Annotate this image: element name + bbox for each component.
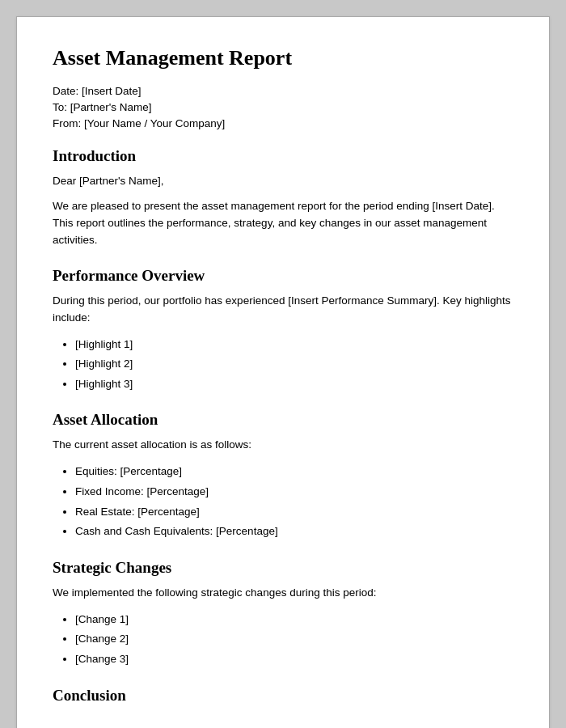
- performance-overview-body: During this period, our portfolio has ex…: [53, 293, 513, 327]
- strategic-changes-heading: Strategic Changes: [53, 559, 513, 577]
- list-item: Cash and Cash Equivalents: [Percentage]: [75, 522, 513, 541]
- meta-to: To: [Partner's Name]: [53, 101, 513, 113]
- meta-date: Date: [Insert Date]: [53, 85, 513, 97]
- asset-allocation-body: The current asset allocation is as follo…: [53, 437, 513, 454]
- list-item: [Change 3]: [75, 650, 513, 669]
- report-page: Asset Management Report Date: [Insert Da…: [16, 16, 550, 728]
- list-item: [Change 2]: [75, 629, 513, 649]
- performance-highlights-list: [Highlight 1] [Highlight 2] [Highlight 3…: [75, 335, 513, 394]
- list-item: [Change 1]: [75, 610, 513, 629]
- list-item: Equities: [Percentage]: [75, 462, 513, 481]
- strategic-changes-body: We implemented the following strategic c…: [53, 585, 513, 602]
- introduction-greeting: Dear [Partner's Name],: [53, 173, 513, 190]
- conclusion-heading: Conclusion: [53, 687, 513, 705]
- list-item: Real Estate: [Percentage]: [75, 502, 513, 522]
- introduction-body: We are pleased to present the asset mana…: [53, 198, 513, 249]
- report-title: Asset Management Report: [53, 46, 513, 70]
- meta-block: Date: [Insert Date] To: [Partner's Name]…: [53, 85, 513, 129]
- performance-overview-heading: Performance Overview: [53, 267, 513, 285]
- list-item: Fixed Income: [Percentage]: [75, 482, 513, 502]
- introduction-heading: Introduction: [53, 147, 513, 165]
- asset-allocation-list: Equities: [Percentage] Fixed Income: [Pe…: [75, 462, 513, 541]
- list-item: [Highlight 2]: [75, 354, 513, 374]
- meta-from: From: [Your Name / Your Company]: [53, 117, 513, 129]
- asset-allocation-heading: Asset Allocation: [53, 411, 513, 429]
- list-item: [Highlight 3]: [75, 375, 513, 394]
- list-item: [Highlight 1]: [75, 335, 513, 354]
- strategic-changes-list: [Change 1] [Change 2] [Change 3]: [75, 610, 513, 669]
